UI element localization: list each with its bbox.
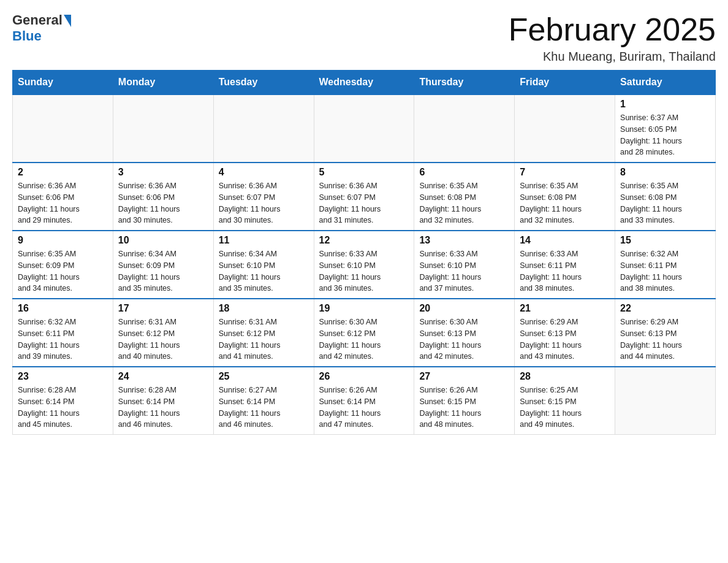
calendar-table: SundayMondayTuesdayWednesdayThursdayFrid…: [12, 70, 716, 435]
day-number: 6: [419, 167, 509, 178]
day-info: Sunrise: 6:36 AM Sunset: 6:06 PM Dayligh…: [118, 180, 208, 226]
calendar-day-cell: 15Sunrise: 6:32 AM Sunset: 6:11 PM Dayli…: [615, 231, 716, 299]
calendar-header-thursday: Thursday: [414, 71, 515, 95]
day-info: Sunrise: 6:26 AM Sunset: 6:15 PM Dayligh…: [419, 385, 509, 431]
calendar-day-cell: 16Sunrise: 6:32 AM Sunset: 6:11 PM Dayli…: [13, 299, 113, 367]
day-info: Sunrise: 6:37 AM Sunset: 6:05 PM Dayligh…: [620, 112, 710, 158]
calendar-day-cell: 20Sunrise: 6:30 AM Sunset: 6:13 PM Dayli…: [414, 299, 515, 367]
day-number: 9: [18, 235, 108, 246]
day-info: Sunrise: 6:35 AM Sunset: 6:08 PM Dayligh…: [520, 180, 610, 226]
calendar-day-cell: 21Sunrise: 6:29 AM Sunset: 6:13 PM Dayli…: [515, 299, 615, 367]
day-number: 17: [118, 303, 208, 314]
calendar-day-cell: 13Sunrise: 6:33 AM Sunset: 6:10 PM Dayli…: [414, 231, 515, 299]
day-number: 16: [18, 303, 108, 314]
calendar-day-cell: [515, 94, 615, 163]
day-number: 19: [319, 303, 409, 314]
calendar-day-cell: 19Sunrise: 6:30 AM Sunset: 6:12 PM Dayli…: [314, 299, 414, 367]
page-header: General Blue February 2025 Khu Mueang, B…: [12, 12, 716, 64]
calendar-day-cell: 23Sunrise: 6:28 AM Sunset: 6:14 PM Dayli…: [13, 367, 113, 435]
calendar-day-cell: [113, 94, 213, 163]
logo-arrow-icon: [64, 15, 71, 27]
day-number: 14: [520, 235, 610, 246]
day-number: 4: [219, 167, 309, 178]
calendar-day-cell: 17Sunrise: 6:31 AM Sunset: 6:12 PM Dayli…: [113, 299, 213, 367]
calendar-header-sunday: Sunday: [13, 71, 113, 95]
day-info: Sunrise: 6:36 AM Sunset: 6:07 PM Dayligh…: [219, 180, 309, 226]
month-title: February 2025: [509, 12, 716, 47]
calendar-day-cell: [314, 94, 414, 163]
calendar-day-cell: 4Sunrise: 6:36 AM Sunset: 6:07 PM Daylig…: [213, 163, 314, 231]
calendar-header-friday: Friday: [515, 71, 615, 95]
calendar-day-cell: 25Sunrise: 6:27 AM Sunset: 6:14 PM Dayli…: [213, 367, 314, 435]
day-number: 22: [620, 303, 710, 314]
logo-general-text: General: [12, 12, 63, 28]
calendar-day-cell: [13, 94, 113, 163]
day-number: 3: [118, 167, 208, 178]
calendar-week-row: 16Sunrise: 6:32 AM Sunset: 6:11 PM Dayli…: [13, 299, 716, 367]
calendar-week-row: 2Sunrise: 6:36 AM Sunset: 6:06 PM Daylig…: [13, 163, 716, 231]
calendar-day-cell: 24Sunrise: 6:28 AM Sunset: 6:14 PM Dayli…: [113, 367, 213, 435]
day-info: Sunrise: 6:35 AM Sunset: 6:09 PM Dayligh…: [18, 248, 108, 294]
day-number: 25: [219, 371, 309, 382]
calendar-day-cell: [414, 94, 515, 163]
day-number: 11: [219, 235, 309, 246]
day-number: 12: [319, 235, 409, 246]
day-info: Sunrise: 6:29 AM Sunset: 6:13 PM Dayligh…: [620, 316, 710, 362]
calendar-day-cell: 1Sunrise: 6:37 AM Sunset: 6:05 PM Daylig…: [615, 94, 716, 163]
day-info: Sunrise: 6:33 AM Sunset: 6:11 PM Dayligh…: [520, 248, 610, 294]
day-info: Sunrise: 6:29 AM Sunset: 6:13 PM Dayligh…: [520, 316, 610, 362]
calendar-week-row: 23Sunrise: 6:28 AM Sunset: 6:14 PM Dayli…: [13, 367, 716, 435]
day-info: Sunrise: 6:31 AM Sunset: 6:12 PM Dayligh…: [219, 316, 309, 362]
day-number: 24: [118, 371, 208, 382]
day-number: 28: [520, 371, 610, 382]
day-info: Sunrise: 6:26 AM Sunset: 6:14 PM Dayligh…: [319, 385, 409, 431]
calendar-day-cell: 12Sunrise: 6:33 AM Sunset: 6:10 PM Dayli…: [314, 231, 414, 299]
day-number: 15: [620, 235, 710, 246]
calendar-header-row: SundayMondayTuesdayWednesdayThursdayFrid…: [13, 71, 716, 95]
calendar-week-row: 1Sunrise: 6:37 AM Sunset: 6:05 PM Daylig…: [13, 94, 716, 163]
calendar-header-wednesday: Wednesday: [314, 71, 414, 95]
calendar-header-tuesday: Tuesday: [213, 71, 314, 95]
calendar-day-cell: 28Sunrise: 6:25 AM Sunset: 6:15 PM Dayli…: [515, 367, 615, 435]
day-info: Sunrise: 6:25 AM Sunset: 6:15 PM Dayligh…: [520, 385, 610, 431]
calendar-week-row: 9Sunrise: 6:35 AM Sunset: 6:09 PM Daylig…: [13, 231, 716, 299]
day-info: Sunrise: 6:36 AM Sunset: 6:07 PM Dayligh…: [319, 180, 409, 226]
day-info: Sunrise: 6:35 AM Sunset: 6:08 PM Dayligh…: [419, 180, 509, 226]
day-info: Sunrise: 6:30 AM Sunset: 6:12 PM Dayligh…: [319, 316, 409, 362]
day-info: Sunrise: 6:30 AM Sunset: 6:13 PM Dayligh…: [419, 316, 509, 362]
day-info: Sunrise: 6:27 AM Sunset: 6:14 PM Dayligh…: [219, 385, 309, 431]
calendar-day-cell: 22Sunrise: 6:29 AM Sunset: 6:13 PM Dayli…: [615, 299, 716, 367]
calendar-day-cell: [615, 367, 716, 435]
day-info: Sunrise: 6:28 AM Sunset: 6:14 PM Dayligh…: [118, 385, 208, 431]
location-text: Khu Mueang, Buriram, Thailand: [509, 50, 716, 64]
day-info: Sunrise: 6:33 AM Sunset: 6:10 PM Dayligh…: [419, 248, 509, 294]
day-info: Sunrise: 6:34 AM Sunset: 6:09 PM Dayligh…: [118, 248, 208, 294]
day-number: 27: [419, 371, 509, 382]
day-number: 2: [18, 167, 108, 178]
calendar-day-cell: 6Sunrise: 6:35 AM Sunset: 6:08 PM Daylig…: [414, 163, 515, 231]
day-info: Sunrise: 6:33 AM Sunset: 6:10 PM Dayligh…: [319, 248, 409, 294]
title-section: February 2025 Khu Mueang, Buriram, Thail…: [509, 12, 716, 64]
calendar-day-cell: 2Sunrise: 6:36 AM Sunset: 6:06 PM Daylig…: [13, 163, 113, 231]
day-number: 13: [419, 235, 509, 246]
day-number: 5: [319, 167, 409, 178]
calendar-day-cell: 10Sunrise: 6:34 AM Sunset: 6:09 PM Dayli…: [113, 231, 213, 299]
day-number: 21: [520, 303, 610, 314]
day-number: 10: [118, 235, 208, 246]
day-number: 1: [620, 99, 710, 110]
calendar-header-saturday: Saturday: [615, 71, 716, 95]
day-info: Sunrise: 6:32 AM Sunset: 6:11 PM Dayligh…: [18, 316, 108, 362]
day-info: Sunrise: 6:35 AM Sunset: 6:08 PM Dayligh…: [620, 180, 710, 226]
day-info: Sunrise: 6:32 AM Sunset: 6:11 PM Dayligh…: [620, 248, 710, 294]
day-number: 18: [219, 303, 309, 314]
day-number: 26: [319, 371, 409, 382]
calendar-header-monday: Monday: [113, 71, 213, 95]
day-info: Sunrise: 6:31 AM Sunset: 6:12 PM Dayligh…: [118, 316, 208, 362]
calendar-day-cell: 27Sunrise: 6:26 AM Sunset: 6:15 PM Dayli…: [414, 367, 515, 435]
calendar-day-cell: 5Sunrise: 6:36 AM Sunset: 6:07 PM Daylig…: [314, 163, 414, 231]
calendar-day-cell: 26Sunrise: 6:26 AM Sunset: 6:14 PM Dayli…: [314, 367, 414, 435]
calendar-day-cell: 7Sunrise: 6:35 AM Sunset: 6:08 PM Daylig…: [515, 163, 615, 231]
day-number: 20: [419, 303, 509, 314]
calendar-day-cell: 11Sunrise: 6:34 AM Sunset: 6:10 PM Dayli…: [213, 231, 314, 299]
day-number: 7: [520, 167, 610, 178]
